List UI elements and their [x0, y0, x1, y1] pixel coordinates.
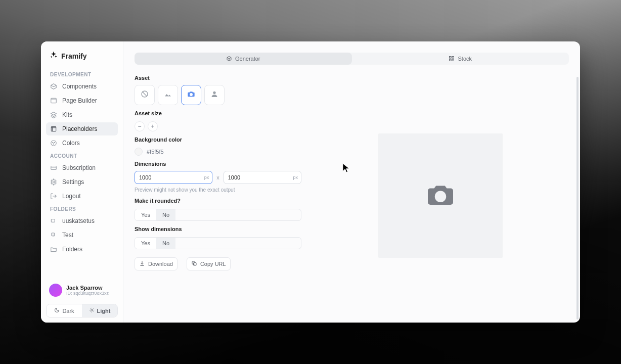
theme-label: Light [97, 308, 111, 314]
nav-label: uuskatsetus [62, 217, 95, 224]
camera-icon [187, 90, 195, 100]
show-dims-no-button[interactable]: No [156, 238, 175, 249]
svg-point-2 [51, 141, 57, 146]
brand-name: Framify [61, 52, 87, 60]
app-window: Framify DEVELOPMENT Components Page Buil… [41, 41, 580, 323]
nav-label: Colors [62, 140, 80, 147]
tab-generator[interactable]: Generator [135, 53, 352, 65]
user-name: Jack Sparrow [66, 285, 109, 291]
tabs: Generator Stock [135, 53, 569, 65]
sidebar-item-subscription[interactable]: Subscription [46, 161, 118, 174]
avatar [49, 284, 62, 297]
folder-icon [50, 246, 57, 253]
gear-icon [50, 178, 57, 186]
sidebar-folder-2[interactable]: Folders [46, 243, 118, 256]
card-icon [50, 164, 57, 171]
svg-rect-11 [450, 57, 452, 59]
sidebar-item-colors[interactable]: Colors [46, 136, 118, 150]
nav-label: Placeholders [62, 125, 97, 132]
user-row[interactable]: Jack Sparrow ID: sqd3ltuqzr0ox3xz [46, 280, 118, 301]
grid-icon [449, 56, 455, 62]
svg-rect-14 [452, 59, 454, 61]
nav-label: Page Builder [62, 97, 97, 104]
tab-stock[interactable]: Stock [352, 53, 569, 65]
download-icon [139, 260, 145, 267]
download-button[interactable]: Download [135, 257, 178, 270]
svg-point-19 [436, 193, 444, 200]
sidebar-item-settings[interactable]: Settings [46, 175, 118, 189]
asset-label: Asset [135, 75, 301, 81]
folder-icon [50, 232, 57, 239]
sidebar-folder-0[interactable]: uuskatsetus [46, 214, 118, 228]
asset-none-button[interactable] [135, 85, 155, 105]
theme-toggle: Dark Light [46, 304, 118, 317]
width-input[interactable] [135, 171, 212, 184]
show-dims-yes-button[interactable]: Yes [135, 238, 156, 249]
section-account: ACCOUNT [46, 150, 118, 161]
svg-point-4 [54, 142, 55, 143]
sidebar-item-placeholders[interactable]: Placeholders [46, 122, 118, 135]
logout-icon [50, 193, 57, 200]
sidebar-item-components[interactable]: Components [46, 80, 118, 93]
nav-label: Logout [62, 193, 81, 200]
box-icon [50, 83, 57, 90]
svg-rect-6 [51, 166, 57, 170]
rounded-no-button[interactable]: No [156, 209, 175, 220]
unit-label: px [293, 175, 298, 180]
content: Asset Asset size [123, 65, 580, 323]
theme-label: Dark [62, 308, 74, 314]
svg-point-7 [53, 181, 55, 183]
copy-url-button[interactable]: Copy URL [187, 257, 231, 270]
size-minus-button[interactable]: − [135, 121, 145, 131]
show-dims-toggle: Yes No [135, 237, 301, 249]
height-input[interactable] [224, 171, 301, 184]
sparkle-icon [49, 51, 58, 62]
bg-hex: #f5f5f5 [147, 149, 164, 155]
svg-point-16 [213, 92, 215, 94]
cube-icon [226, 56, 232, 62]
layers-icon [50, 111, 57, 118]
section-folders: FOLDERS [46, 203, 118, 214]
sidebar-item-page-builder[interactable]: Page Builder [46, 94, 118, 107]
sidebar-item-kits[interactable]: Kits [46, 108, 118, 121]
asset-user-button[interactable] [204, 85, 225, 105]
action-label: Download [148, 261, 173, 267]
theme-dark-button[interactable]: Dark [47, 304, 82, 317]
width-input-wrap: px [135, 171, 212, 184]
nav-label: Settings [62, 178, 84, 186]
tab-label: Generator [235, 56, 260, 62]
tab-label: Stock [458, 56, 472, 62]
unit-label: px [204, 175, 209, 180]
asset-image-button[interactable] [158, 85, 178, 105]
dimension-separator: x [216, 174, 219, 180]
copy-icon [191, 260, 197, 267]
sidebar-folder-1[interactable]: Test [46, 229, 118, 242]
cursor-icon [342, 162, 351, 173]
bg-label: Background color [135, 136, 301, 143]
rounded-yes-button[interactable]: Yes [135, 209, 156, 220]
main: Generator Stock Asset [123, 41, 580, 323]
show-dims-label: Show dimensions [135, 226, 301, 232]
nav-label: Components [62, 83, 97, 90]
form-column: Asset Asset size [135, 74, 301, 317]
svg-point-10 [91, 309, 93, 311]
brand-logo[interactable]: Framify [46, 49, 118, 69]
asset-camera-button[interactable] [181, 85, 201, 105]
ban-icon [141, 90, 149, 100]
camera-icon [425, 179, 456, 212]
placeholder-icon [50, 125, 57, 132]
section-development: DEVELOPMENT [46, 69, 118, 79]
sun-icon [89, 307, 95, 314]
theme-light-button[interactable]: Light [82, 304, 117, 317]
size-plus-button[interactable]: + [148, 121, 158, 131]
svg-point-5 [53, 144, 54, 144]
scrollbar[interactable] [576, 77, 579, 320]
sidebar-item-logout[interactable]: Logout [46, 190, 118, 203]
dimensions-label: Dimensions [135, 161, 301, 167]
color-swatch[interactable] [135, 148, 143, 156]
user-icon [210, 90, 218, 100]
action-label: Copy URL [200, 261, 226, 267]
nav-label: Subscription [62, 164, 96, 171]
nav-label: Folders [62, 246, 82, 253]
rounded-label: Make it rounded? [135, 198, 301, 204]
